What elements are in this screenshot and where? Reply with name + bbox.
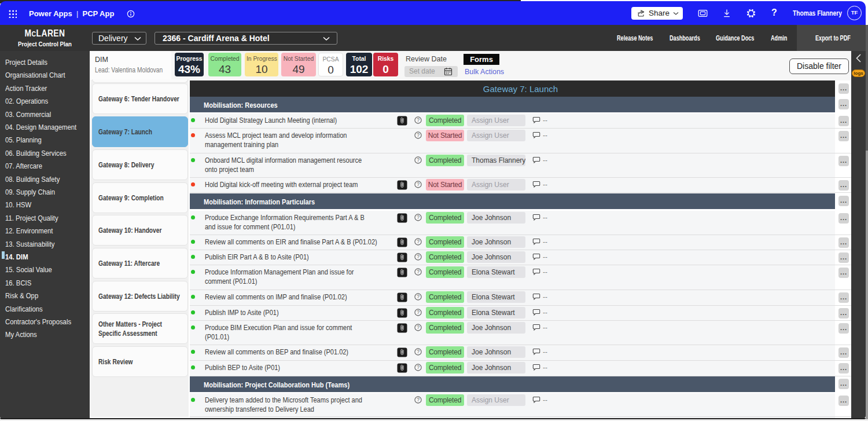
svg-text:?: ?	[417, 117, 420, 123]
svg-text:?: ?	[417, 324, 420, 330]
svg-text:?: ?	[417, 349, 420, 354]
svg-text:?: ?	[417, 294, 420, 299]
svg-text:?: ?	[417, 397, 420, 402]
svg-text:?: ?	[417, 309, 420, 315]
svg-text:?: ?	[417, 181, 420, 187]
svg-text:?: ?	[417, 157, 420, 163]
svg-text:?: ?	[417, 254, 420, 259]
svg-text:?: ?	[417, 132, 420, 138]
svg-text:?: ?	[417, 214, 420, 220]
svg-text:?: ?	[417, 364, 420, 370]
svg-text:?: ?	[417, 239, 420, 244]
svg-text:?: ?	[417, 269, 420, 274]
